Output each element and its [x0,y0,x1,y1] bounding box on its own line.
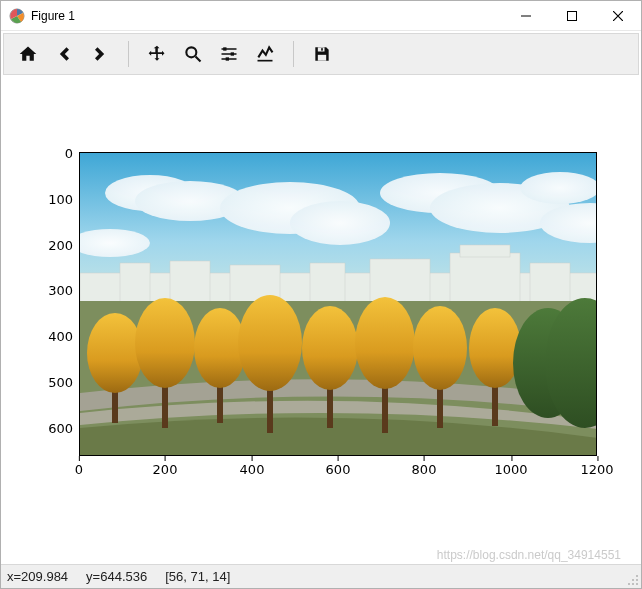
svg-point-40 [355,297,415,389]
svg-rect-5 [226,57,229,60]
x-tick: 0 [75,462,83,477]
svg-rect-4 [231,52,234,55]
toolbar-separator [293,41,294,67]
y-tick: 200 [13,238,73,253]
svg-rect-8 [321,48,323,51]
y-tick: 0 [13,146,73,161]
svg-rect-3 [223,47,226,50]
x-tick: 1000 [494,462,527,477]
svg-point-47 [636,575,638,577]
y-tick: 400 [13,329,73,344]
navigation-toolbar [3,33,639,75]
window-title: Figure 1 [31,9,75,23]
back-button[interactable] [46,37,82,71]
svg-rect-23 [310,263,345,303]
svg-point-49 [636,579,638,581]
close-button[interactable] [595,1,641,31]
x-tick: 800 [412,462,437,477]
watermark-text: https://blog.csdn.net/qq_34914551 [437,548,621,562]
axes-image[interactable] [79,152,597,456]
svg-point-13 [290,201,390,245]
svg-rect-21 [170,261,210,303]
maximize-button[interactable] [549,1,595,31]
cursor-y: y=644.536 [86,569,147,584]
svg-point-50 [628,583,630,585]
forward-button[interactable] [82,37,118,71]
titlebar[interactable]: Figure 1 [1,1,641,31]
figure-window: Figure 1 [0,0,642,589]
zoom-button[interactable] [175,37,211,71]
x-tick: 1200 [580,462,613,477]
resize-grip[interactable] [627,574,639,586]
matplotlib-icon [9,8,25,24]
figure-canvas[interactable]: 0 100 200 300 400 500 600 0 200 400 600 … [1,77,641,564]
svg-rect-7 [318,55,326,61]
y-tick: 100 [13,192,73,207]
pan-button[interactable] [139,37,175,71]
svg-rect-20 [120,263,150,303]
toolbar-separator [128,41,129,67]
save-button[interactable] [304,37,340,71]
statusbar: x=209.984 y=644.536 [56, 71, 14] [1,564,641,588]
svg-point-48 [632,579,634,581]
y-tick: 500 [13,375,73,390]
svg-rect-24 [370,259,430,303]
svg-point-42 [413,306,467,390]
cursor-rgb: [56, 71, 14] [165,569,230,584]
x-tick: 600 [326,462,351,477]
y-tick: 300 [13,283,73,298]
svg-rect-27 [530,263,570,303]
svg-point-16 [520,172,597,204]
x-tick: 200 [153,462,178,477]
svg-point-36 [238,295,302,391]
svg-rect-26 [460,245,510,257]
svg-point-30 [87,313,143,393]
home-button[interactable] [10,37,46,71]
svg-point-52 [636,583,638,585]
configure-subplots-button[interactable] [211,37,247,71]
svg-point-2 [186,47,196,57]
y-tick: 600 [13,421,73,436]
svg-rect-1 [568,11,577,20]
svg-point-38 [302,306,358,390]
edit-axes-button[interactable] [247,37,283,71]
svg-rect-25 [450,253,520,303]
minimize-button[interactable] [503,1,549,31]
cursor-x: x=209.984 [7,569,68,584]
x-tick: 400 [240,462,265,477]
svg-point-44 [469,308,521,388]
svg-point-51 [632,583,634,585]
svg-point-32 [135,298,195,388]
